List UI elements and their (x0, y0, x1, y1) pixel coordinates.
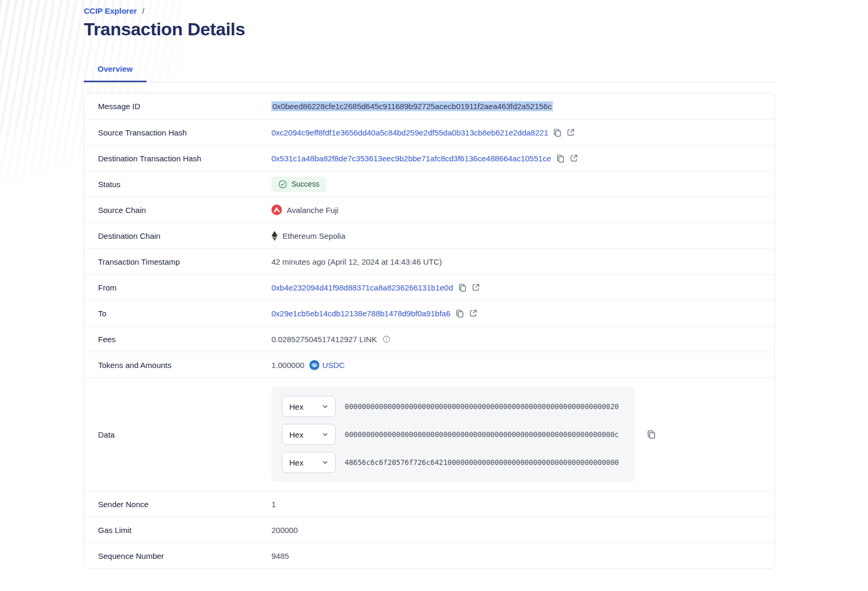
data-hex-value: 48656c6c6f20576f726c64210000000000000000… (345, 458, 619, 467)
field-label: Fees (84, 335, 271, 344)
field-label: Data (84, 430, 271, 439)
field-label: Source Transaction Hash (84, 128, 271, 137)
to-address-link[interactable]: 0x29e1cb5eb14cdb12138e788b1478d9bf0a91bf… (271, 309, 451, 318)
external-link-icon[interactable] (567, 128, 575, 137)
svg-text:$: $ (313, 362, 316, 367)
data-line: Hex 000000000000000000000000000000000000… (282, 396, 627, 417)
tab-overview[interactable]: Overview (84, 64, 147, 82)
row-destination-tx-hash: Destination Transaction Hash 0x531c1a48b… (84, 145, 774, 171)
from-address-link[interactable]: 0xb4e232094d41f98d88371ca8a8236266131b1e… (271, 283, 453, 292)
avalanche-fuji-icon (271, 205, 282, 215)
data-format-label: Hex (289, 402, 304, 411)
status-badge: Success (271, 177, 326, 192)
field-label: Source Chain (84, 206, 271, 215)
data-format-select[interactable]: Hex (282, 396, 336, 417)
field-label: From (84, 283, 271, 292)
data-hex-panel: Hex 000000000000000000000000000000000000… (271, 387, 635, 482)
data-hex-value: 0000000000000000000000000000000000000000… (345, 430, 619, 439)
tab-bar: Overview (84, 64, 775, 82)
token-symbol: USDC (323, 361, 345, 370)
field-label: Status (84, 180, 271, 189)
field-label: Message ID (84, 102, 271, 111)
field-label: Sequence Number (84, 551, 271, 560)
row-data: Data Hex 0000000000000000000000000000000… (84, 377, 774, 491)
field-label: To (84, 309, 271, 318)
gas-limit-value: 200000 (271, 526, 298, 535)
breadcrumb-link-ccip-explorer[interactable]: CCIP Explorer (84, 6, 137, 15)
destination-chain-name: Ethereum Sepolia (282, 231, 345, 240)
info-icon[interactable] (383, 335, 391, 343)
fees-value: 0.028527504517412927 LINK (271, 335, 377, 344)
field-label: Sender Nonce (84, 500, 271, 509)
copy-icon[interactable] (458, 283, 467, 292)
sender-nonce-value: 1 (271, 500, 276, 509)
row-message-id: Message ID 0x0beed86228cfe1c2685d645c911… (84, 93, 774, 119)
row-status: Status Success (84, 171, 774, 197)
copy-icon[interactable] (647, 430, 656, 439)
source-chain-value: Avalanche Fuji (271, 205, 338, 215)
breadcrumb: CCIP Explorer / (84, 6, 775, 15)
external-link-icon[interactable] (469, 309, 477, 317)
field-label: Transaction Timestamp (84, 257, 271, 266)
source-tx-hash-link[interactable]: 0xc2094c9eff8fdf1e3656dd40a5c84bd259e2df… (271, 128, 548, 137)
usdc-icon: $ (309, 360, 319, 370)
source-chain-name: Avalanche Fuji (287, 206, 338, 215)
row-sender-nonce: Sender Nonce 1 (84, 491, 774, 517)
breadcrumb-separator: / (142, 6, 144, 15)
chevron-down-icon (322, 459, 328, 466)
row-tokens-and-amounts: Tokens and Amounts 1.000000 $ USDC (84, 352, 774, 377)
field-label: Gas Limit (84, 526, 271, 535)
chevron-down-icon (322, 431, 328, 438)
copy-icon[interactable] (553, 128, 562, 137)
destination-chain-value: Ethereum Sepolia (271, 231, 345, 241)
data-format-label: Hex (289, 430, 304, 439)
token-link[interactable]: $ USDC (309, 360, 345, 370)
page-title: Transaction Details (84, 19, 775, 40)
data-format-label: Hex (289, 458, 304, 467)
row-destination-chain: Destination Chain Ethereum Sepolia (84, 222, 774, 248)
field-label: Tokens and Amounts (84, 361, 271, 370)
row-from: From 0xb4e232094d41f98d88371ca8a82362661… (84, 274, 774, 300)
data-line: Hex 48656c6c6f20576f726c6421000000000000… (282, 452, 627, 473)
row-to: To 0x29e1cb5eb14cdb12138e788b1478d9bf0a9… (84, 300, 774, 326)
ethereum-icon (271, 231, 278, 241)
transaction-details-card: Message ID 0x0beed86228cfe1c2685d645c911… (84, 93, 775, 569)
field-label: Destination Transaction Hash (84, 154, 271, 163)
data-line: Hex 000000000000000000000000000000000000… (282, 424, 627, 445)
destination-tx-hash-link[interactable]: 0x531c1a48ba82f8de7c353613eec9b2bbe71afc… (271, 154, 551, 163)
chevron-down-icon (322, 403, 328, 410)
success-check-icon (278, 180, 287, 189)
message-id-value: 0x0beed86228cfe1c2685d645c911689b92725ac… (271, 101, 553, 111)
row-transaction-timestamp: Transaction Timestamp 42 minutes ago (Ap… (84, 248, 774, 274)
status-text: Success (291, 180, 319, 188)
copy-icon[interactable] (556, 154, 565, 163)
row-sequence-number: Sequence Number 9485 (84, 542, 774, 568)
timestamp-value: 42 minutes ago (April 12, 2024 at 14:43:… (271, 257, 442, 266)
copy-icon[interactable] (455, 309, 464, 318)
token-amount: 1.000000 (271, 361, 305, 370)
data-format-select[interactable]: Hex (282, 452, 336, 473)
data-format-select[interactable]: Hex (282, 424, 336, 445)
main-content: CCIP Explorer / Transaction Details Over… (84, 0, 775, 569)
data-hex-value: 0000000000000000000000000000000000000000… (345, 402, 619, 411)
field-label: Destination Chain (84, 231, 271, 240)
external-link-icon[interactable] (472, 283, 480, 292)
sequence-number-value: 9485 (271, 551, 289, 560)
row-source-chain: Source Chain Avalanche Fuji (84, 197, 774, 222)
external-link-icon[interactable] (570, 154, 578, 162)
row-fees: Fees 0.028527504517412927 LINK (84, 326, 774, 352)
row-source-tx-hash: Source Transaction Hash 0xc2094c9eff8fdf… (84, 119, 774, 145)
row-gas-limit: Gas Limit 200000 (84, 517, 774, 542)
